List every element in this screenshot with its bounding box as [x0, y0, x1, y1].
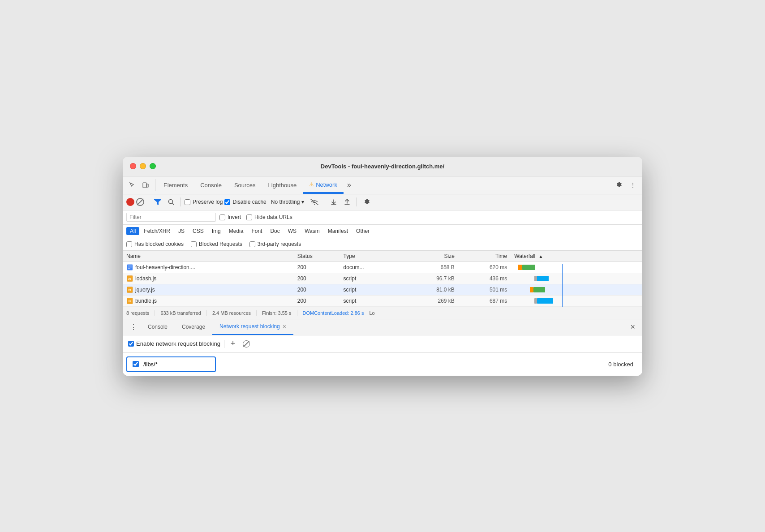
type-filter-img[interactable]: Img: [208, 227, 224, 235]
type-cell: script: [340, 273, 399, 284]
tab-network[interactable]: ⚠ Network: [303, 176, 344, 194]
panel-close-icon[interactable]: ×: [627, 322, 639, 332]
col-type[interactable]: Type: [340, 251, 399, 262]
close-button[interactable]: [130, 163, 136, 169]
enable-blocking-checkbox[interactable]: [128, 341, 134, 347]
blocked-requests-label[interactable]: Blocked Requests: [191, 241, 242, 247]
import-icon[interactable]: [328, 196, 340, 208]
rule-checkbox[interactable]: [133, 361, 139, 367]
table-row[interactable]: foul-heavenly-direction.... 200 docum...…: [123, 262, 642, 273]
minimize-button[interactable]: [140, 163, 146, 169]
resource-icon-js: JS: [126, 286, 133, 293]
window-title: DevTools - foul-heavenly-direction.glitc…: [321, 163, 444, 170]
col-status[interactable]: Status: [294, 251, 340, 262]
type-filter-wasm[interactable]: Wasm: [301, 227, 323, 235]
disable-cache-checkbox[interactable]: [224, 199, 230, 205]
clear-button[interactable]: [136, 198, 144, 206]
maximize-button[interactable]: [150, 163, 156, 169]
dom-content-loaded: DOMContentLoaded: 2.86 s: [297, 310, 364, 316]
type-filter-manifest[interactable]: Manifest: [324, 227, 352, 235]
invert-checkbox[interactable]: [219, 215, 225, 220]
chevron-down-icon: ▾: [301, 199, 304, 205]
export-icon[interactable]: [341, 196, 353, 208]
blocked-cookies-label[interactable]: Has blocked cookies: [126, 241, 184, 247]
add-pattern-button[interactable]: +: [228, 339, 238, 349]
status-cell: 200: [294, 273, 340, 284]
time-cell: 620 ms: [458, 262, 511, 273]
type-filter-ws[interactable]: WS: [284, 227, 300, 235]
divider-4: [357, 197, 357, 206]
type-filter-media[interactable]: Media: [225, 227, 247, 235]
enable-blocking-label[interactable]: Enable network request blocking: [128, 340, 220, 347]
tab-network-request-blocking[interactable]: Network request blocking ×: [212, 319, 293, 335]
table-row[interactable]: JS bundle.js 200 script 269 kB 687 ms: [123, 295, 642, 306]
waterfall-cell: [511, 262, 642, 273]
rule-pattern: /libs/*: [143, 361, 158, 368]
network-conditions-icon[interactable]: [309, 196, 320, 208]
device-toolbar-icon[interactable]: [140, 179, 151, 191]
preserve-log-label[interactable]: Preserve log: [185, 199, 223, 205]
status-bar: 8 requests 633 kB transferred 2.4 MB res…: [123, 307, 642, 319]
blocked-requests-checkbox[interactable]: [191, 241, 197, 247]
svg-rect-1: [147, 184, 148, 187]
type-filter-fetch-xhr[interactable]: Fetch/XHR: [140, 227, 174, 235]
blocked-cookies-checkbox[interactable]: [126, 241, 132, 247]
tab-elements[interactable]: Elements: [157, 176, 194, 194]
load-label: Lo: [364, 310, 374, 316]
bottom-tabs: ⋮ Console Coverage Network request block…: [123, 319, 642, 335]
network-settings-icon[interactable]: [361, 196, 372, 208]
type-filter-all[interactable]: All: [126, 227, 139, 235]
col-name[interactable]: Name: [123, 251, 294, 262]
bottom-panel: ⋮ Console Coverage Network request block…: [123, 319, 642, 376]
enable-blocking-bar: Enable network request blocking +: [123, 335, 642, 353]
filter-icon[interactable]: [152, 196, 163, 208]
tab-lighthouse[interactable]: Lighthouse: [262, 176, 303, 194]
throttling-dropdown[interactable]: No throttling ▾: [268, 198, 307, 206]
inspect-icon[interactable]: [126, 179, 138, 191]
blocking-rule-item[interactable]: /libs/*: [126, 356, 216, 372]
third-party-label[interactable]: 3rd-party requests: [249, 241, 301, 247]
invert-label[interactable]: Invert: [219, 214, 241, 220]
settings-icon[interactable]: [613, 179, 624, 191]
time-cell: 436 ms: [458, 273, 511, 284]
col-waterfall[interactable]: Waterfall ▲: [511, 251, 642, 262]
divider-pipe: [224, 340, 224, 348]
filter-options: Invert Hide data URLs: [219, 214, 292, 220]
type-filter-doc[interactable]: Doc: [266, 227, 283, 235]
tab-sources[interactable]: Sources: [228, 176, 262, 194]
col-size[interactable]: Size: [399, 251, 458, 262]
network-table: Name Status Type Size Time Waterfall ▲: [123, 251, 642, 307]
table-row[interactable]: JS jquery.js 200 script 81.0 kB 501 ms: [123, 284, 642, 295]
status-cell: 200: [294, 295, 340, 306]
preserve-log-checkbox[interactable]: [185, 199, 190, 205]
time-cell: 501 ms: [458, 284, 511, 295]
type-filter-js[interactable]: JS: [175, 227, 188, 235]
record-button[interactable]: [126, 198, 134, 206]
disable-cache-label[interactable]: Disable cache: [224, 199, 266, 205]
toolbar-icons: [126, 179, 155, 191]
col-time[interactable]: Time: [458, 251, 511, 262]
search-icon[interactable]: [165, 196, 177, 208]
svg-text:JS: JS: [128, 289, 131, 292]
size-cell: 81.0 kB: [399, 284, 458, 295]
divider-2: [181, 197, 181, 206]
type-filter-css[interactable]: CSS: [189, 227, 207, 235]
tab-close-icon[interactable]: ×: [283, 323, 286, 330]
tab-coverage[interactable]: Coverage: [175, 319, 212, 335]
clear-patterns-button[interactable]: [241, 339, 251, 349]
hide-data-urls-checkbox[interactable]: [246, 215, 252, 220]
third-party-checkbox[interactable]: [249, 241, 255, 247]
finish-time: Finish: 3.55 s: [257, 310, 297, 316]
tab-console-bottom[interactable]: Console: [141, 319, 175, 335]
tab-more-button[interactable]: »: [344, 181, 355, 189]
tab-console[interactable]: Console: [194, 176, 228, 194]
waterfall-cell: [511, 284, 642, 295]
type-filter-font[interactable]: Font: [248, 227, 266, 235]
filter-input[interactable]: [126, 213, 216, 222]
bottom-tab-more[interactable]: ⋮: [126, 323, 141, 331]
hide-data-urls-label[interactable]: Hide data URLs: [246, 214, 292, 220]
more-options-icon[interactable]: ⋮: [627, 179, 639, 191]
type-filter-other[interactable]: Other: [352, 227, 373, 235]
table-row[interactable]: JS lodash.js 200 script 96.7 kB 436 ms: [123, 273, 642, 284]
size-cell: 658 B: [399, 262, 458, 273]
